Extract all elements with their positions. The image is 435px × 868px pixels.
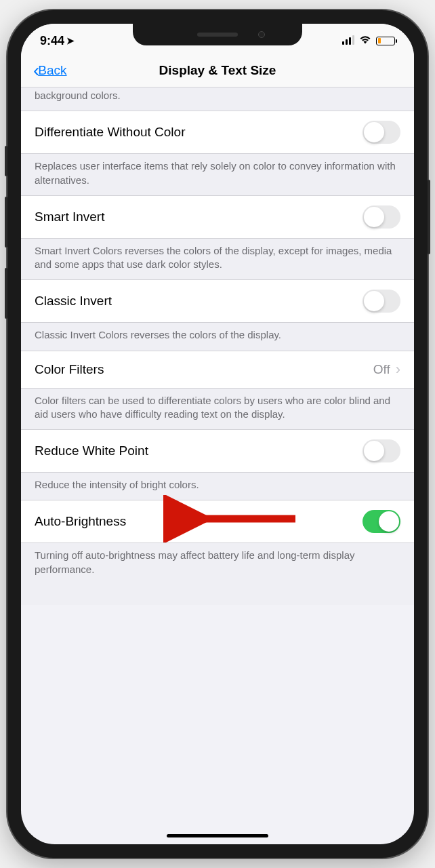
battery-icon [376, 37, 395, 45]
smart-invert-footer: Smart Invert Colors reverses the colors … [21, 239, 414, 280]
auto-brightness-footer: Turning off auto-brightness may affect b… [21, 543, 414, 585]
home-indicator[interactable] [167, 834, 268, 837]
row-label: Reduce White Point [35, 443, 148, 458]
differentiate-footer: Replaces user interface items that rely … [21, 154, 414, 195]
status-time: 9:44 ➤ [40, 34, 75, 48]
page-title: Display & Text Size [21, 63, 414, 78]
settings-list[interactable]: background colors. Differentiate Without… [21, 87, 414, 844]
cellular-signal-icon [342, 37, 354, 45]
smart-invert-row[interactable]: Smart Invert [21, 195, 414, 239]
annotation-arrow-icon [163, 495, 306, 545]
row-label: Classic Invert [35, 294, 112, 309]
differentiate-without-color-row[interactable]: Differentiate Without Color [21, 111, 414, 154]
classic-invert-footer: Classic Invert Colors reverses the color… [21, 323, 414, 350]
auto-brightness-toggle[interactable] [362, 510, 400, 533]
device-notch [133, 24, 302, 45]
smart-invert-toggle[interactable] [362, 205, 400, 229]
location-icon: ➤ [66, 35, 75, 46]
footer-text-truncated: background colors. [21, 87, 414, 111]
navigation-bar: ‹ Back Display & Text Size [21, 54, 414, 87]
back-button[interactable]: ‹ Back [33, 61, 67, 80]
wifi-icon [359, 35, 371, 47]
reduce-white-point-toggle[interactable] [362, 439, 400, 462]
color-filters-row[interactable]: Color Filters Off › [21, 351, 414, 389]
differentiate-toggle[interactable] [362, 121, 400, 144]
reduce-white-point-row[interactable]: Reduce White Point [21, 429, 414, 473]
classic-invert-row[interactable]: Classic Invert [21, 279, 414, 323]
reduce-white-point-footer: Reduce the intensity of bright colors. [21, 473, 414, 500]
row-label: Color Filters [35, 362, 104, 377]
row-label: Smart Invert [35, 210, 104, 224]
device-frame: 9:44 ➤ ‹ Back Display & Text Size [7, 10, 428, 858]
auto-brightness-row[interactable]: Auto-Brightness [21, 500, 414, 543]
color-filters-footer: Color filters can be used to differentia… [21, 389, 414, 430]
row-label: Auto-Brightness [35, 514, 126, 529]
row-label: Differentiate Without Color [35, 125, 185, 140]
classic-invert-toggle[interactable] [362, 290, 400, 313]
back-label: Back [38, 63, 66, 78]
row-value: Off [373, 362, 390, 377]
chevron-right-icon: › [396, 361, 400, 378]
